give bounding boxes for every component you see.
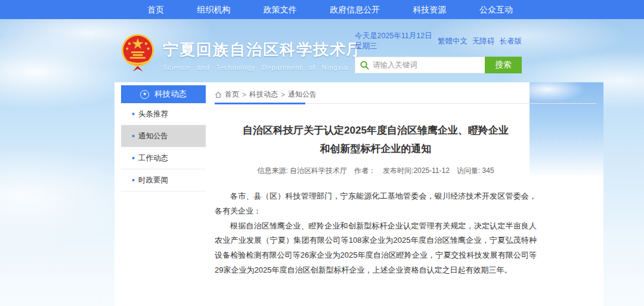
article-title-line2: 和创新型标杆企业的通知 — [215, 140, 537, 159]
meta-source: 信息来源: 自治区科学技术厅 — [257, 166, 347, 175]
breadcrumb-home[interactable]: 首页 — [225, 89, 239, 100]
nav-item-public-interaction[interactable]: 公众互动 — [479, 0, 513, 19]
bullet-dot-icon: • — [132, 176, 135, 184]
attachment-link-1[interactable]: 1.2025年度自治区雏鹰企业认定名单 — [256, 302, 404, 306]
quick-links: 繁體中文 无障碍 长者版 — [438, 36, 522, 47]
attachments-list: 1.2025年度自治区雏鹰企业认定名单 2.2025年度自治区瞪羚企业认定名单 … — [256, 302, 404, 306]
sidebar-item-headline-recommend[interactable]: • 头条推荐 — [121, 103, 206, 125]
search-box — [355, 57, 485, 73]
traditional-chinese-link[interactable]: 繁體中文 — [438, 36, 467, 47]
home-icon — [215, 91, 222, 98]
meta-publish-time: 发布时间:2025-11-12 — [383, 166, 450, 175]
sidebar-item-label: 通知公告 — [138, 131, 168, 141]
sidebar-item-label: 头条推荐 — [138, 109, 168, 119]
bullet-dot-icon: • — [132, 132, 135, 140]
breadcrumb: 首页 > 科技动态 > 通知公告 — [215, 86, 596, 104]
star-circle-icon: ★ — [140, 90, 149, 99]
current-date-text: 今天是2025年11月12日 星期三 — [355, 31, 438, 51]
national-emblem-icon — [121, 33, 154, 73]
attachments-label: 附件： — [233, 302, 256, 306]
top-nav-items: 首页 组织机构 政策文件 政府信息公开 科技资源 公众互动 — [147, 0, 513, 19]
meta-author: 作者： — [354, 166, 376, 175]
sidebar-item-current-politics[interactable]: • 时政要闻 — [121, 169, 206, 191]
site-title: 宁夏回族自治区科学技术厅 — [163, 39, 363, 60]
sidebar-item-label: 时政要闻 — [138, 175, 168, 186]
top-nav-bar: 首页 组织机构 政策文件 政府信息公开 科技资源 公众互动 — [0, 0, 644, 19]
content-panel: ★ 科技动态 • 头条推荐 • 通知公告 • 工作动态 • 时政要闻 — [114, 82, 603, 306]
meta-views: 访问量: 345 — [457, 166, 494, 175]
search-icon — [360, 61, 369, 70]
sidebar: ★ 科技动态 • 头条推荐 • 通知公告 • 工作动态 • 时政要闻 — [121, 85, 206, 191]
article-body: 各市、县（区）科技管理部门，宁东能源化工基地管委会，银川经济技术开发区管委会，各… — [215, 189, 537, 277]
nav-item-sci-tech-resources[interactable]: 科技资源 — [413, 0, 447, 19]
main-content: 首页 > 科技动态 > 通知公告 自治区科技厅关于认定2025年度自治区雏鹰企业… — [215, 86, 596, 306]
header-right: 今天是2025年11月12日 星期三 繁體中文 无障碍 长者版 搜索 — [355, 31, 522, 73]
search-button[interactable]: 搜索 — [485, 57, 522, 73]
bullet-dot-icon: • — [132, 110, 135, 118]
nav-item-home[interactable]: 首页 — [147, 0, 164, 19]
site-subtitle: Science and Technology Department of Nin… — [163, 64, 363, 71]
accessibility-link[interactable]: 无障碍 — [472, 36, 495, 47]
site-titles: 宁夏回族自治区科学技术厅 Science and Technology Depa… — [163, 33, 363, 71]
nav-item-policy-documents[interactable]: 政策文件 — [264, 0, 297, 19]
article: 自治区科技厅关于认定2025年度自治区雏鹰企业、瞪羚企业 和创新型标杆企业的通知… — [215, 122, 537, 306]
breadcrumb-separator: > — [281, 91, 285, 99]
nav-item-organization[interactable]: 组织机构 — [197, 0, 230, 19]
sidebar-item-label: 工作动态 — [138, 153, 168, 163]
search-input[interactable] — [373, 61, 485, 69]
elderly-version-link[interactable]: 长者版 — [500, 36, 522, 47]
article-title-line1: 自治区科技厅关于认定2025年度自治区雏鹰企业、瞪羚企业 — [215, 122, 537, 140]
bullet-dot-icon: • — [132, 154, 135, 162]
article-paragraph: 根据自治区雏鹰企业、瞪羚企业和创新型标杆企业认定管理有关规定，决定认定半亩良人农… — [215, 219, 537, 278]
sidebar-item-work-dynamics[interactable]: • 工作动态 — [121, 147, 206, 169]
breadcrumb-notices[interactable]: 通知公告 — [288, 89, 317, 100]
breadcrumb-separator: > — [242, 91, 246, 99]
sidebar-header: ★ 科技动态 — [121, 85, 206, 103]
article-paragraph: 各市、县（区）科技管理部门，宁东能源化工基地管委会，银川经济技术开发区管委会，各… — [215, 189, 537, 218]
breadcrumb-sci-tech-news[interactable]: 科技动态 — [249, 89, 278, 100]
article-meta: 信息来源: 自治区科学技术厅作者：发布时间:2025-11-12访问量: 345 — [215, 166, 537, 176]
article-title: 自治区科技厅关于认定2025年度自治区雏鹰企业、瞪羚企业 和创新型标杆企业的通知 — [215, 122, 537, 158]
sidebar-title: 科技动态 — [154, 89, 187, 100]
site-logo-link[interactable]: 宁夏回族自治区科学技术厅 Science and Technology Depa… — [121, 33, 363, 73]
nav-item-gov-info-disclosure[interactable]: 政府信息公开 — [330, 0, 380, 19]
attachments-block: 附件： 1.2025年度自治区雏鹰企业认定名单 2.2025年度自治区瞪羚企业认… — [215, 302, 537, 306]
sidebar-item-notices[interactable]: • 通知公告 — [121, 125, 206, 147]
